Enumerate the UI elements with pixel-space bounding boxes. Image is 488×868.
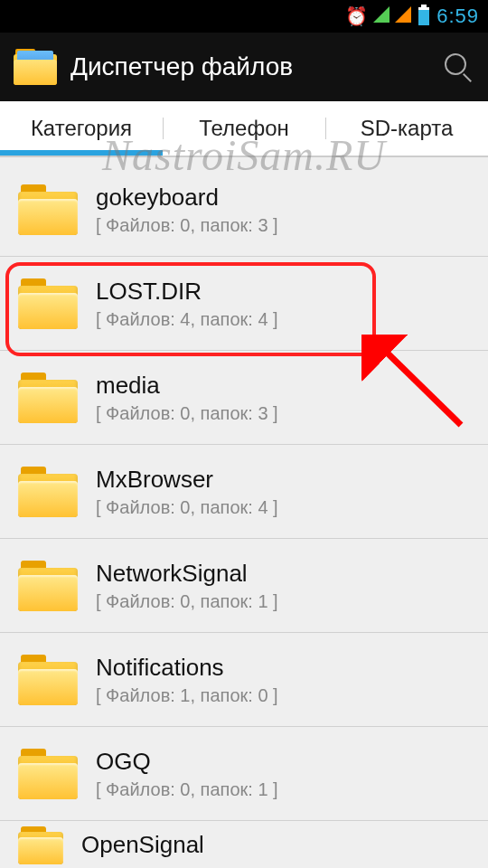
alarm-icon: ⏰ [345,5,368,27]
tab-sdcard[interactable]: SD-карта [325,101,488,156]
tabs: Категория Телефон SD-карта [0,101,488,156]
folder-meta: [ Файлов: 1, папок: 0 ] [96,685,470,706]
folder-name: NetworkSignal [96,560,470,588]
folder-icon [18,184,78,235]
folder-name: MxBrowser [96,466,470,494]
tab-category[interactable]: Категория [0,101,163,156]
list-item[interactable]: LOST.DIR [ Файлов: 4, папок: 4 ] [0,257,488,351]
folder-meta: [ Файлов: 0, папок: 1 ] [96,591,470,612]
tab-underline [0,150,163,156]
status-bar: ⏰ 6:59 [0,0,488,33]
folder-icon [18,467,78,517]
list-item[interactable]: gokeyboard [ Файлов: 0, папок: 3 ] [0,163,488,257]
folder-name: LOST.DIR [96,278,470,306]
search-icon[interactable] [442,51,474,83]
folder-meta: [ Файлов: 0, папок: 1 ] [96,779,470,800]
folder-meta: [ Файлов: 4, папок: 4 ] [96,309,470,330]
app-title: Диспетчер файлов [70,52,428,81]
tab-phone[interactable]: Телефон [163,101,325,156]
battery-icon [418,7,429,25]
folder-icon [18,373,78,423]
folder-name: OpenSignal [81,831,470,859]
folder-icon [18,749,78,799]
signal-1-icon [373,6,389,26]
folder-meta: [ Файлов: 0, папок: 3 ] [96,215,470,236]
app-header: Диспетчер файлов [0,33,488,101]
folder-meta: [ Файлов: 0, папок: 4 ] [96,497,470,518]
signal-2-icon [395,6,411,26]
list-item[interactable]: Notifications [ Файлов: 1, папок: 0 ] [0,633,488,727]
list-item[interactable]: media [ Файлов: 0, папок: 3 ] [0,351,488,445]
folder-icon [18,655,78,705]
folder-name: Notifications [96,654,470,682]
list-item[interactable]: NetworkSignal [ Файлов: 0, папок: 1 ] [0,539,488,633]
status-time: 6:59 [436,5,479,28]
folder-name: OGQ [96,748,470,776]
folder-name: gokeyboard [96,184,470,212]
folder-icon [18,826,63,864]
list-item[interactable]: MxBrowser [ Файлов: 0, папок: 4 ] [0,445,488,539]
list-item[interactable]: OGQ [ Файлов: 0, папок: 1 ] [0,727,488,821]
folder-icon [18,561,78,611]
folder-meta: [ Файлов: 0, папок: 3 ] [96,403,470,424]
folder-icon [18,278,78,329]
folder-name: media [96,372,470,400]
list-item[interactable]: OpenSignal [0,821,488,868]
folder-list[interactable]: gokeyboard [ Файлов: 0, папок: 3 ] LOST.… [0,163,488,868]
app-icon [14,49,57,85]
